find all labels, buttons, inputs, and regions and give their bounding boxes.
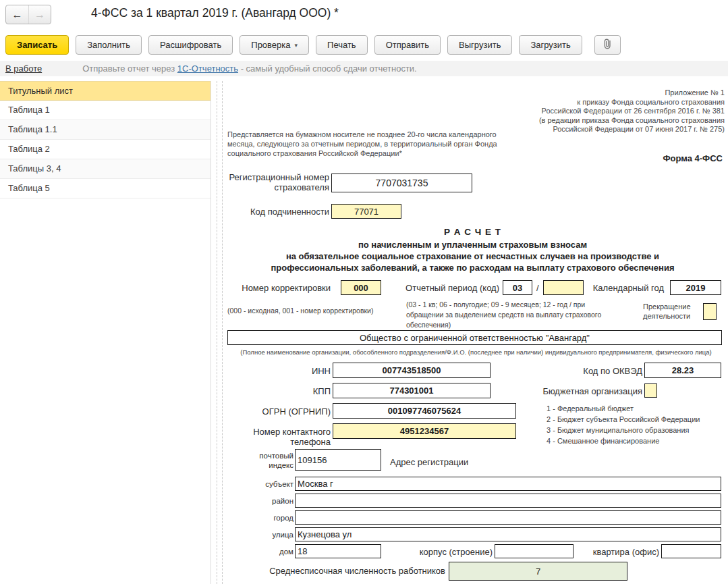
page-title: 4-ФСС за 1 квартал 2019 г. (Авангард ООО…	[91, 6, 339, 20]
correction-number-label: Номер корректировки	[224, 283, 331, 293]
import-button[interactable]: Загрузить	[519, 35, 582, 55]
org-name-input[interactable]	[227, 330, 722, 345]
forward-button[interactable]: →	[28, 5, 51, 24]
calculation-subtitle: по начисленным и уплаченным страховым вз…	[224, 239, 721, 273]
attach-button[interactable]	[594, 35, 621, 55]
budget-org-label: Бюджетная организация	[521, 386, 642, 396]
page-break-separator	[222, 81, 223, 584]
nav-history: ← →	[5, 5, 51, 24]
subject-label: субъект	[224, 479, 293, 489]
form-title-page: Приложение № 1 к приказу Фонда социально…	[224, 81, 728, 584]
budget-org-checkbox[interactable]	[644, 383, 657, 398]
kpp-input[interactable]	[333, 383, 491, 398]
org-name-caption: (Полное наименование организации, обособ…	[224, 348, 728, 356]
back-arrow-icon: ←	[12, 9, 23, 21]
paper-submission-note: Представляется на бумажном носителе не п…	[227, 130, 500, 158]
correction-note: (000 - исходная, 001 - номер корректиров…	[227, 306, 373, 316]
apartment-input[interactable]	[661, 544, 721, 558]
chevron-down-icon: ▾	[295, 42, 298, 49]
sidebar-item-table-1-1[interactable]: Таблица 1.1	[0, 120, 211, 140]
okved-label: Код по ОКВЭД	[534, 366, 642, 376]
page-break-separator	[217, 81, 217, 584]
sidebar-item-table-5[interactable]: Таблица 5	[0, 179, 211, 198]
subject-input[interactable]	[295, 477, 721, 491]
1c-reporting-link[interactable]: 1С-Отчетность	[177, 63, 238, 74]
calendar-year-label: Календарный год	[561, 283, 664, 293]
district-input[interactable]	[295, 494, 721, 508]
inn-input[interactable]	[333, 363, 491, 378]
okved-input[interactable]	[644, 363, 721, 378]
legal-note: Приложение № 1 к приказу Фонда социально…	[539, 88, 725, 134]
sidebar-item-table-2[interactable]: Таблица 2	[0, 140, 211, 159]
toolbar: Записать Заполнить Расшифровать Проверка…	[5, 35, 627, 55]
paperclip-icon	[603, 38, 613, 52]
sidebar-item-table-1[interactable]: Таблица 1	[0, 101, 211, 120]
send-button[interactable]: Отправить	[374, 35, 441, 55]
decipher-button[interactable]: Расшифровать	[148, 35, 233, 55]
budget-options-list: 1 - Федеральный бюджет 2 - Бюджет субъек…	[547, 403, 700, 446]
phone-label: Номер контактного телефона	[224, 427, 331, 447]
termination-label: Прекращение деятельности	[643, 302, 696, 321]
headcount-input[interactable]	[449, 562, 627, 581]
status-message-prefix: Отправьте отчет через	[82, 63, 177, 74]
sidebar-item-title-page[interactable]: Титульный лист	[0, 81, 211, 101]
print-button[interactable]: Печать	[316, 35, 368, 55]
report-window: ← → 4-ФСС за 1 квартал 2019 г. (Авангард…	[0, 0, 728, 584]
report-period-label: Отчетный период (код)	[386, 283, 499, 293]
ogrn-input[interactable]	[333, 403, 516, 419]
city-label: город	[224, 513, 293, 523]
inn-label: ИНН	[224, 366, 331, 376]
status-message-suffix: - самый удобный способ сдачи отчетности.	[238, 63, 417, 74]
calendar-year-input[interactable]	[670, 280, 721, 295]
termination-checkbox[interactable]	[703, 303, 717, 320]
building-input[interactable]	[495, 544, 573, 558]
report-period-input[interactable]	[503, 280, 532, 295]
ogrn-label: ОГРН (ОГРНИП)	[224, 406, 331, 417]
check-button[interactable]: Проверка ▾	[240, 35, 309, 55]
subordination-code-label: Код подчиненности	[224, 207, 329, 217]
status-in-progress-link[interactable]: В работе	[5, 63, 42, 74]
forward-arrow-icon: →	[34, 9, 45, 21]
period-note: (03 - 1 кв; 06 - полугодие; 09 - 9 месяц…	[406, 300, 603, 330]
city-input[interactable]	[295, 510, 721, 525]
sections-sidebar: Титульный лист Таблица 1 Таблица 1.1 Таб…	[0, 81, 211, 584]
subordination-code-input[interactable]	[331, 204, 401, 219]
sidebar-item-tables-3-4[interactable]: Таблицы 3, 4	[0, 159, 211, 179]
street-input[interactable]	[295, 527, 721, 541]
phone-input[interactable]	[333, 423, 516, 439]
check-button-label: Проверка	[251, 40, 290, 50]
save-button[interactable]: Записать	[5, 35, 69, 55]
export-button[interactable]: Выгрузить	[447, 35, 512, 55]
status-message: Отправьте отчет через 1С-Отчетность - са…	[82, 63, 417, 74]
kpp-label: КПП	[224, 386, 331, 396]
house-input[interactable]	[295, 544, 381, 558]
house-label: дом	[224, 547, 293, 557]
fill-button[interactable]: Заполнить	[76, 35, 142, 55]
street-label: улица	[224, 530, 293, 540]
back-button[interactable]: ←	[6, 5, 28, 24]
registration-number-input[interactable]	[331, 174, 472, 192]
status-bar: В работе Отправьте отчет через 1С-Отчетн…	[0, 61, 728, 76]
main-area: Титульный лист Таблица 1 Таблица 1.1 Таб…	[0, 81, 728, 584]
headcount-label: Среднесписочная численность работников	[224, 566, 445, 576]
district-label: район	[224, 496, 293, 506]
apartment-label: квартира (офис)	[578, 547, 659, 557]
postal-code-input[interactable]	[295, 449, 381, 471]
postal-code-label: почтовый индекс	[224, 451, 293, 470]
building-label: корпус (строение)	[386, 547, 493, 557]
registration-number-label: Регистрационный номер страхователя	[224, 172, 329, 192]
period-slash: /	[536, 283, 539, 293]
address-section-label: Адрес регистрации	[390, 457, 468, 467]
correction-number-input[interactable]	[341, 280, 381, 295]
form-name-label: Форма 4-ФСС	[663, 153, 723, 163]
calculation-title: Р А С Ч Е Т	[224, 227, 721, 237]
